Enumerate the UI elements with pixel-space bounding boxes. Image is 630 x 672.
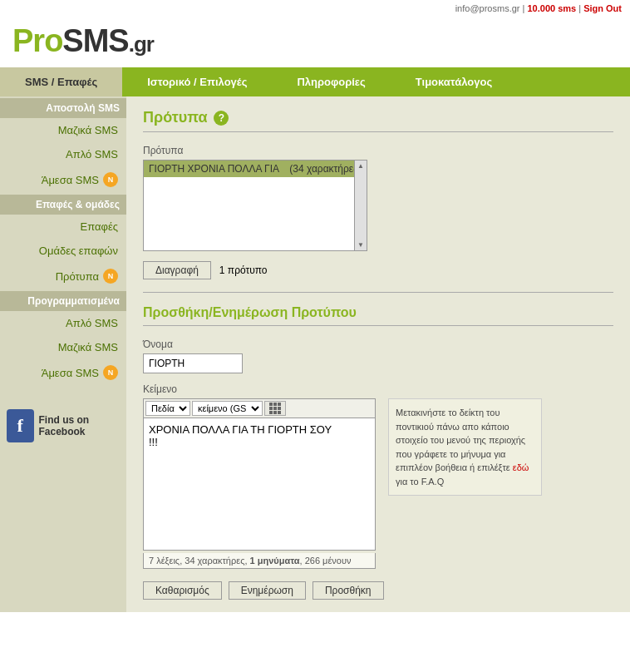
new-badge-amesa1: N xyxy=(103,172,118,187)
main-nav: SMS / Επαφές Ιστορικό / Επιλογές Πληροφο… xyxy=(0,67,630,96)
sidebar-item-groups[interactable]: Ομάδες επαφών xyxy=(0,239,126,263)
sidebar: Αποστολή SMS Μαζικά SMS Απλό SMS Άμεσα S… xyxy=(0,96,126,612)
email: info@prosms.gr xyxy=(455,3,520,13)
help-box: Μετακινήστε το δείκτη του ποντικιού πάνω… xyxy=(388,398,542,496)
nav-history[interactable]: Ιστορικό / Επιλογές xyxy=(122,67,272,96)
toolbar-select-fields[interactable]: Πεδία xyxy=(145,401,190,416)
facebook-text: Find us on Facebook xyxy=(39,414,121,437)
new-badge-protupa: N xyxy=(103,269,118,284)
toolbar-grid-button[interactable] xyxy=(264,401,286,416)
name-form-group: Όνομα xyxy=(143,338,613,373)
sidebar-header-scheduled: Προγραμματισμένα xyxy=(0,291,126,311)
delete-button[interactable]: Διαγραφή xyxy=(143,261,211,279)
template-item-text: ΓΙΟΡΤΗ ΧΡΟΝΙΑ ΠΟΛΛΑ ΓΙΑ xyxy=(149,163,279,175)
sidebar-item-aplo-sms-sched[interactable]: Απλό SMS xyxy=(0,311,126,335)
template-count: 1 πρότυπο xyxy=(219,264,268,276)
help-faq-link[interactable]: εδώ xyxy=(513,462,529,472)
logo-sms: SMS xyxy=(62,23,128,58)
logo-area: ProSMS.gr xyxy=(0,17,630,67)
protupa-label: Πρότυπα xyxy=(143,145,613,156)
grid-icon xyxy=(269,403,281,414)
name-input[interactable] xyxy=(143,353,243,373)
delete-row: Διαγραφή 1 πρότυπο xyxy=(143,261,613,279)
main-content: Πρότυπα ? Πρότυπα ΓΙΟΡΤΗ ΧΡΟΝΙΑ ΠΟΛΛΑ ΓΙ… xyxy=(126,96,630,612)
layout: Αποστολή SMS Μαζικά SMS Απλό SMS Άμεσα S… xyxy=(0,96,630,612)
facebook-icon: f xyxy=(7,409,34,442)
sms-credit-link[interactable]: 10.000 sms xyxy=(527,3,576,13)
logo-domain: .gr xyxy=(129,32,154,57)
protupa-form-group: Πρότυπα ΓΙΟΡΤΗ ΧΡΟΝΙΑ ΠΟΛΛΑ ΓΙΑ (34 χαρα… xyxy=(143,145,613,251)
sidebar-item-protupa[interactable]: Πρότυπα N xyxy=(0,263,126,289)
template-item[interactable]: ΓΙΟΡΤΗ ΧΡΟΝΙΑ ΠΟΛΛΑ ΓΙΑ (34 χαρακτήρες) xyxy=(144,161,367,177)
clear-button[interactable]: Καθαρισμός xyxy=(143,581,222,600)
sidebar-item-aplo-sms[interactable]: Απλό SMS xyxy=(0,142,126,166)
sidebar-item-amesa-sms-1[interactable]: Άμεσα SMS N xyxy=(0,166,126,193)
section-divider xyxy=(143,292,613,293)
add-button[interactable]: Προσθήκη xyxy=(313,581,384,600)
sidebar-header-send: Αποστολή SMS xyxy=(0,98,126,118)
keimeno-row: Πεδία κείμενο (GS Χ xyxy=(143,398,613,569)
sidebar-header-contacts: Επαφές & ομάδες xyxy=(0,195,126,215)
char-count: 7 λέξεις, 34 χαρακτήρες, 1 μηνύματα, 266… xyxy=(143,553,376,569)
text-toolbar: Πεδία κείμενο (GS xyxy=(143,398,376,418)
sidebar-item-mazika-sms[interactable]: Μαζικά SMS xyxy=(0,118,126,142)
nav-info[interactable]: Πληροφορίες xyxy=(272,67,390,96)
scroll-down[interactable]: ▼ xyxy=(357,241,364,249)
logo-pro: Pro xyxy=(12,23,62,58)
facebook-banner[interactable]: f Find us on Facebook xyxy=(0,403,126,449)
sidebar-item-amesa-sms-sched[interactable]: Άμεσα SMS N xyxy=(0,359,126,386)
sms-textarea[interactable]: ΧΡΟΝΙΑ ΠΟΛΛΑ ΓΙΑ ΤΗ ΓΙΟΡΤΗ ΣΟΥ !!! xyxy=(143,418,376,551)
section2-title: Προσθήκη/Ενημέρωση Προτύπου xyxy=(143,305,613,326)
keimeno-form-group: Κείμενο Πεδία κείμενο (GS xyxy=(143,383,613,569)
toolbar-select-encoding[interactable]: κείμενο (GS xyxy=(192,401,263,416)
section1-title: Πρότυπα ? xyxy=(143,109,613,132)
update-button[interactable]: Ενημέρωση xyxy=(229,581,306,600)
name-label: Όνομα xyxy=(143,338,613,350)
top-bar: info@prosms.gr | 10.000 sms | Sign Out xyxy=(0,0,630,17)
text-area-container: Πεδία κείμενο (GS Χ xyxy=(143,398,376,569)
template-select-list[interactable]: ΓΙΟΡΤΗ ΧΡΟΝΙΑ ΠΟΛΛΑ ΓΙΑ (34 χαρακτήρες) xyxy=(143,160,367,251)
sidebar-item-contacts[interactable]: Επαφές xyxy=(0,215,126,239)
logo: ProSMS.gr xyxy=(12,23,154,58)
help-icon-1[interactable]: ? xyxy=(214,111,229,126)
new-badge-amesa-sched: N xyxy=(103,365,118,380)
nav-sms-contacts[interactable]: SMS / Επαφές xyxy=(0,67,122,96)
sidebar-item-mazika-sms-sched[interactable]: Μαζικά SMS xyxy=(0,335,126,359)
scroll-up[interactable]: ▲ xyxy=(357,162,364,170)
keimeno-label: Κείμενο xyxy=(143,383,613,395)
signout-link[interactable]: Sign Out xyxy=(583,3,622,13)
template-item-chars: (34 χαρακτήρες) xyxy=(289,163,362,175)
nav-pricelist[interactable]: Τιμοκατάλογος xyxy=(391,67,517,96)
action-buttons: Καθαρισμός Ενημέρωση Προσθήκη xyxy=(143,581,613,600)
